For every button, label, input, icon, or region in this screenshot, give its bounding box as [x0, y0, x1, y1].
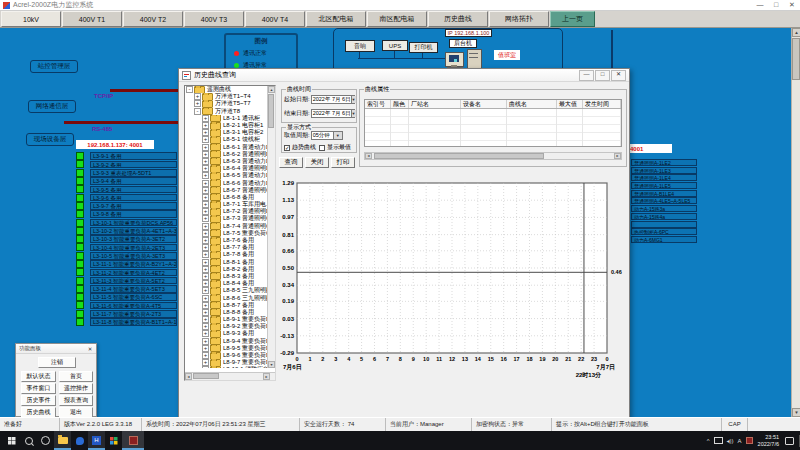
- scroll-left-icon[interactable]: ◄: [185, 373, 192, 380]
- tree-item[interactable]: +L8-7-4 普通照明C-3F: [185, 223, 269, 230]
- scroll-left-icon[interactable]: ◄: [365, 153, 372, 159]
- column-header-发生时间[interactable]: 发生时间: [583, 100, 621, 108]
- tree-expand-icon[interactable]: +: [202, 136, 209, 143]
- main-vertical-scrollbar[interactable]: ▲ ▼: [791, 28, 800, 417]
- tree-root[interactable]: -遥测曲线: [185, 86, 269, 93]
- dropdown-arrow-icon[interactable]: ▼: [351, 110, 356, 117]
- ime-language-icon[interactable]: A: [738, 438, 742, 444]
- tree-item[interactable]: +L8-6-5 普通动力D-B1: [185, 172, 269, 179]
- action-button-查询[interactable]: 查询: [279, 157, 303, 168]
- tree-expand-icon[interactable]: +: [202, 316, 209, 323]
- panel-button-事件窗口[interactable]: 事件窗口: [21, 383, 56, 394]
- device-row[interactable]: L3-9-6 备用: [76, 193, 177, 201]
- task-view-icon[interactable]: [37, 431, 54, 450]
- tree-item[interactable]: +L8-8-8 备用: [185, 309, 269, 316]
- device-row[interactable]: L3-10-1 智能重要负荷DCS.AP56: [76, 218, 177, 226]
- device-row[interactable]: L3-9-4 备用: [76, 177, 177, 185]
- tree-item[interactable]: +L8-6-3 普通动力D-B1: [185, 158, 269, 165]
- tree-item[interactable]: +L8-9-5 重要负荷D-B1: [185, 345, 269, 352]
- tree-group[interactable]: +万洋道T1~T4: [185, 93, 269, 100]
- device-row[interactable]: L3-9-5 备用: [76, 185, 177, 193]
- tree-item[interactable]: +L8-7-8 备用: [185, 251, 269, 258]
- tree-expand-icon[interactable]: +: [202, 259, 209, 266]
- column-header-最大值[interactable]: 最大值: [557, 100, 583, 108]
- network-tray-icon[interactable]: [714, 437, 723, 444]
- tree-item[interactable]: +L8-9-3 备用: [185, 330, 269, 337]
- logout-button[interactable]: 注销: [38, 357, 76, 368]
- tree-item[interactable]: +L8-9-1 重要负荷D-B1: [185, 316, 269, 323]
- device-row[interactable]: L3-11-2 智能重要负荷A-4ET2: [76, 268, 177, 276]
- column-header-设备名[interactable]: 设备名: [461, 100, 507, 108]
- tab-400V T3[interactable]: 400V T3: [184, 11, 244, 27]
- tree-expand-icon[interactable]: +: [202, 158, 209, 165]
- tree-item[interactable]: +L8-6-8 备用: [185, 194, 269, 201]
- panel-button-历史事件[interactable]: 历史事件: [21, 395, 56, 406]
- tree-item[interactable]: +L8-6-6 普通动力D-1B: [185, 179, 269, 186]
- tree-item[interactable]: +L8-8-2 备用: [185, 266, 269, 273]
- tree-item[interactable]: +L8-6-1 普通动力D-1F: [185, 144, 269, 151]
- tree-expand-icon[interactable]: +: [202, 187, 209, 194]
- window-minimize-button[interactable]: —: [752, 0, 768, 10]
- tree-item[interactable]: +L8-8-5 三九照明配电箱: [185, 287, 269, 294]
- tree-item[interactable]: +L8-8-4 备用: [185, 280, 269, 287]
- dropdown-arrow-icon[interactable]: ▼: [351, 96, 356, 103]
- device-row[interactable]: L3-10-4 智能重要负荷A-2ET3: [76, 243, 177, 251]
- tab-10kV[interactable]: 10kV: [1, 11, 61, 27]
- tree-item[interactable]: +L8-5-1 馈线柜: [185, 136, 269, 143]
- device-row[interactable]: L3-11-7 智能重要负荷A-2T3: [76, 310, 177, 318]
- device-row[interactable]: L3-11-8 智能重要负荷A-B1T1~A-1T1: [76, 318, 177, 326]
- tab-历史曲线[interactable]: 历史曲线: [428, 11, 488, 27]
- window-maximize-button[interactable]: □: [768, 0, 784, 10]
- device-row[interactable]: 普通照明A-1LE3: [631, 167, 697, 175]
- tree-expand-icon[interactable]: +: [202, 223, 209, 230]
- tree-expand-icon[interactable]: -: [194, 108, 201, 115]
- tree-expand-icon[interactable]: +: [202, 215, 209, 222]
- dialog-close-button[interactable]: ✕: [611, 70, 626, 81]
- column-header-厂站名[interactable]: 厂站名: [409, 100, 461, 108]
- table-body[interactable]: [365, 109, 621, 147]
- device-row[interactable]: L3-9-7 备用: [76, 202, 177, 210]
- panel-button-遥控操作[interactable]: 遥控操作: [59, 383, 93, 394]
- tray-expand-icon[interactable]: ^: [707, 438, 710, 444]
- tree-expand-icon[interactable]: +: [202, 251, 209, 258]
- column-header-曲线名[interactable]: 曲线名: [507, 100, 557, 108]
- tree-expand-icon[interactable]: +: [202, 172, 209, 179]
- tree-item[interactable]: +L8-9-4 重要负荷D-B1: [185, 338, 269, 345]
- device-row[interactable]: L3-11-4 智能重要负荷A-5ET3: [76, 285, 177, 293]
- tab-网络拓扑[interactable]: 网络拓扑: [489, 11, 549, 27]
- tree-horizontal-scrollbar[interactable]: ◄ ►: [185, 372, 276, 380]
- tree-expand-icon[interactable]: +: [202, 144, 209, 151]
- device-row[interactable]: 普通照明A-4LE5~A-5LE5: [631, 197, 697, 205]
- tree-expand-icon[interactable]: +: [202, 359, 209, 366]
- tree-expand-icon[interactable]: +: [202, 295, 209, 302]
- ups-device-box[interactable]: UPS: [382, 40, 408, 51]
- device-row[interactable]: L3-9-1 备用: [76, 152, 177, 160]
- scrollbar-thumb[interactable]: [792, 38, 800, 80]
- tree-item[interactable]: +L8-1-1 通讯柜: [185, 115, 269, 122]
- tree-item[interactable]: +L8-7-7 备用: [185, 244, 269, 251]
- show-extremes-checkbox[interactable]: [319, 145, 325, 151]
- tree-expand-icon[interactable]: +: [202, 330, 209, 337]
- tree-expand-icon[interactable]: +: [202, 366, 209, 368]
- tree-expand-icon[interactable]: +: [202, 194, 209, 201]
- panel-button-首页[interactable]: 首页: [59, 371, 93, 382]
- tree-expand-icon[interactable]: +: [202, 323, 209, 330]
- tree-expand-icon[interactable]: +: [202, 287, 209, 294]
- period-select[interactable]: 05分钟 ▼: [311, 131, 343, 140]
- tree-item[interactable]: +L8-7-6 备用: [185, 237, 269, 244]
- tree-item[interactable]: +L8-7-5 重要负荷C-2F: [185, 230, 269, 237]
- tab-400V T2[interactable]: 400V T2: [123, 11, 183, 27]
- audio-device-box[interactable]: 音响: [345, 40, 375, 52]
- device-row[interactable]: L3-9-2 备用: [76, 160, 177, 168]
- device-row[interactable]: L3-11-1 智能重要负荷A-B2Y1~A-2E3: [76, 260, 177, 268]
- tree-expand-icon[interactable]: +: [202, 165, 209, 172]
- history-trend-chart[interactable]: 1.291.130.970.810.660.500.340.190.03-0.1…: [269, 175, 629, 387]
- tray-app-icon[interactable]: [746, 437, 753, 444]
- action-button-关闭[interactable]: 关闭: [305, 157, 329, 168]
- dialog-titlebar[interactable]: 历史曲线查询 — □ ✕: [179, 69, 629, 82]
- tree-item[interactable]: +L8-8-7 备用: [185, 302, 269, 309]
- tree-item[interactable]: +L8-3-1 电容柜2: [185, 129, 269, 136]
- active-scada-app-icon[interactable]: [122, 431, 144, 450]
- dropdown-arrow-icon[interactable]: ▼: [333, 132, 342, 139]
- column-header-颜色[interactable]: 颜色: [391, 100, 409, 108]
